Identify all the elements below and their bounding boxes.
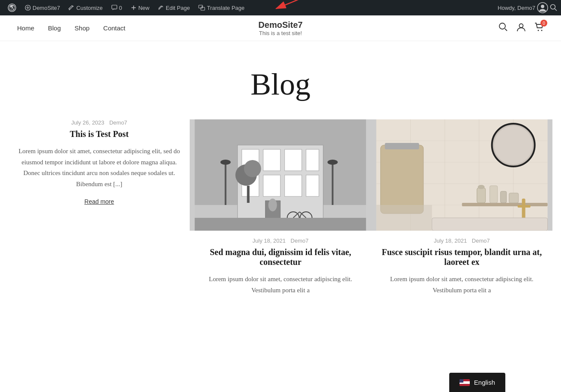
admin-new-label: New — [138, 5, 149, 11]
site-nav: Home Blog Shop Contact — [17, 24, 125, 32]
svg-rect-23 — [306, 175, 319, 196]
header-search-button[interactable] — [498, 22, 508, 34]
svg-point-29 — [328, 160, 338, 165]
blog-post-3-image — [371, 119, 552, 231]
header-icons: 0 — [498, 22, 544, 34]
svg-rect-22 — [285, 175, 302, 196]
svg-rect-21 — [263, 175, 280, 196]
admin-greeting: Howdy, Demo7 — [498, 5, 535, 11]
svg-rect-56 — [509, 193, 518, 203]
blog-post-3-title: Fusce suscipit risus tempor, blandit urn… — [371, 247, 552, 267]
svg-point-25 — [269, 199, 277, 211]
blog-post-2-title: Sed magna dui, dignissim id felis vitae,… — [190, 247, 371, 267]
blog-post-1-title: This is Test Post — [17, 129, 181, 139]
site-branding: DemoSite7 This is a test site! — [258, 20, 302, 36]
admin-edit-page-label: Edit Page — [166, 5, 190, 11]
bathroom-svg — [371, 119, 552, 231]
admin-avatar-icon — [537, 2, 548, 13]
svg-rect-54 — [489, 186, 497, 203]
svg-point-48 — [494, 126, 532, 164]
admin-bar-right: Howdy, Demo7 — [498, 2, 558, 13]
svg-rect-58 — [517, 205, 530, 208]
site-header: Home Blog Shop Contact DemoSite7 This is… — [0, 15, 561, 41]
site-title: DemoSite7 — [258, 20, 302, 30]
blog-post-1-author: Demo7 — [109, 119, 127, 126]
svg-rect-57 — [522, 199, 525, 220]
nav-blog[interactable]: Blog — [48, 24, 61, 32]
blog-post-2-author: Demo7 — [291, 238, 309, 244]
page-title: Blog — [9, 67, 552, 102]
admin-bar: DemoSite7 Customize 0 New Edit Page — [0, 0, 561, 15]
svg-rect-52 — [477, 188, 485, 203]
site-tagline: This is a test site! — [258, 30, 302, 36]
blog-post-2-excerpt: Lorem ipsum dolor sit amet, consectetur … — [190, 274, 371, 296]
svg-point-6 — [541, 5, 544, 8]
svg-rect-28 — [332, 162, 334, 205]
blog-post-2-meta: July 18, 2021 Demo7 — [190, 238, 371, 244]
blog-post-3-excerpt: Lorem ipsum dolor sit amet, consectetur … — [371, 274, 552, 296]
svg-point-9 — [499, 23, 505, 29]
blog-post-2: July 18, 2021 Demo7 Sed magna dui, digni… — [190, 119, 371, 313]
svg-rect-50 — [380, 145, 423, 214]
svg-rect-59 — [432, 218, 547, 231]
blog-post-1-excerpt: Lorem ipsum dolor sit amet, consectetur … — [17, 146, 181, 190]
svg-point-10 — [519, 24, 523, 28]
blog-post-1: July 26, 2023 Demo7 This is Test Post Lo… — [9, 119, 190, 313]
page-title-section: Blog — [0, 41, 561, 119]
blog-post-3: July 18, 2021 Demo7 Fusce suscipit risus… — [371, 119, 552, 313]
blog-post-1-read-more[interactable]: Read more — [17, 198, 181, 205]
admin-translate-page-label: Translate Page — [207, 5, 245, 11]
blog-post-1-meta: July 26, 2023 Demo7 — [17, 119, 181, 126]
building-svg — [190, 119, 371, 231]
blog-post-2-image — [190, 119, 371, 231]
svg-rect-19 — [306, 149, 319, 171]
header-cart-button[interactable]: 0 — [534, 22, 544, 34]
svg-rect-49 — [462, 203, 547, 206]
svg-rect-18 — [285, 149, 302, 171]
nav-home[interactable]: Home — [17, 24, 34, 32]
admin-site-name[interactable]: DemoSite7 — [21, 0, 64, 15]
svg-rect-60 — [376, 205, 432, 231]
svg-point-7 — [551, 5, 555, 9]
cart-count-badge: 0 — [540, 20, 547, 27]
svg-point-27 — [221, 160, 231, 165]
blog-post-3-meta: July 18, 2021 Demo7 — [371, 238, 552, 244]
svg-rect-17 — [263, 149, 280, 171]
svg-point-53 — [477, 185, 484, 189]
admin-translate-page[interactable]: Translate Page — [194, 0, 249, 15]
svg-rect-37 — [247, 186, 250, 203]
admin-new[interactable]: New — [126, 0, 154, 15]
blog-post-3-date: July 18, 2021 — [434, 238, 467, 244]
svg-point-36 — [244, 160, 261, 177]
svg-rect-51 — [385, 143, 419, 149]
nav-shop[interactable]: Shop — [75, 24, 90, 32]
admin-customize[interactable]: Customize — [64, 0, 107, 15]
wp-logo[interactable] — [3, 0, 21, 15]
svg-rect-26 — [225, 162, 227, 205]
blog-post-1-date: July 26, 2023 — [71, 119, 104, 126]
svg-rect-2 — [112, 5, 117, 9]
admin-search-icon[interactable] — [550, 4, 558, 12]
nav-contact[interactable]: Contact — [103, 24, 125, 32]
svg-point-11 — [538, 30, 539, 31]
admin-edit-page[interactable]: Edit Page — [154, 0, 194, 15]
svg-point-12 — [541, 30, 543, 31]
admin-site-name-label: DemoSite7 — [33, 5, 60, 11]
blog-post-3-author: Demo7 — [472, 238, 490, 244]
svg-rect-34 — [195, 218, 366, 231]
admin-comments-label: 0 — [119, 5, 122, 11]
admin-comments[interactable]: 0 — [107, 0, 126, 15]
blog-post-2-date: July 18, 2021 — [253, 238, 286, 244]
admin-customize-label: Customize — [76, 5, 102, 11]
blog-grid: July 26, 2023 Demo7 This is Test Post Lo… — [0, 119, 561, 339]
svg-rect-55 — [500, 191, 506, 203]
header-user-button[interactable] — [516, 22, 526, 34]
